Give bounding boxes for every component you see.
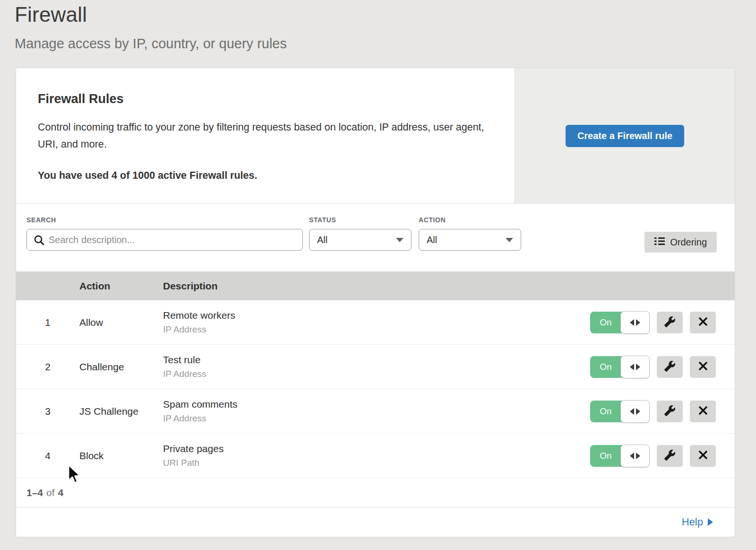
close-icon xyxy=(698,361,708,372)
rule-enabled-toggle[interactable]: On xyxy=(590,445,650,467)
rule-controls: On xyxy=(590,312,716,333)
search-filter-group: SEARCH xyxy=(26,216,303,251)
toggle-on-label: On xyxy=(590,401,623,422)
action-filter-group: ACTION All xyxy=(419,216,521,251)
ordered-list-icon xyxy=(654,237,665,248)
arrow-left-icon xyxy=(630,453,634,459)
toggle-knob[interactable] xyxy=(620,400,650,423)
ordering-wrap: Ordering xyxy=(644,216,717,253)
rule-description-title: Remote workers xyxy=(163,310,590,321)
toggle-knob[interactable] xyxy=(620,311,650,334)
toggle-knob[interactable] xyxy=(620,356,650,378)
rule-description-title: Private pages xyxy=(163,443,590,454)
ordering-button-label: Ordering xyxy=(670,237,707,248)
close-icon xyxy=(698,450,708,461)
arrow-left-icon xyxy=(630,364,634,370)
table-row: 4 Block Private pages URI Path On xyxy=(16,434,735,478)
rule-match-field: IP Address xyxy=(163,324,590,335)
rule-description: Test rule IP Address xyxy=(163,354,590,379)
arrow-right-icon xyxy=(636,408,640,415)
rules-intro-text: Firewall Rules Control incoming traffic … xyxy=(16,68,515,203)
close-icon xyxy=(698,317,708,328)
rules-usage-count: You have used 4 of 1000 active Firewall … xyxy=(38,170,492,182)
pagination-bar: 1–4 of 4 xyxy=(16,478,735,507)
rule-controls: On xyxy=(590,401,716,422)
close-icon xyxy=(698,406,708,417)
firewall-rules-card: Firewall Rules Control incoming traffic … xyxy=(16,68,735,537)
rules-heading: Firewall Rules xyxy=(38,92,492,106)
rule-action: Challenge xyxy=(79,361,163,373)
delete-rule-button[interactable] xyxy=(690,401,716,422)
pagination-of: of xyxy=(46,487,55,498)
page-header: Firewall Manage access by IP, country, o… xyxy=(0,0,756,52)
card-footer: Help xyxy=(16,507,735,537)
edit-rule-button[interactable] xyxy=(657,312,683,333)
rule-controls: On xyxy=(590,445,716,467)
status-selected-value: All xyxy=(317,235,327,245)
rule-priority: 3 xyxy=(16,406,79,417)
rule-enabled-toggle[interactable]: On xyxy=(590,401,650,422)
status-label: STATUS xyxy=(309,216,412,224)
status-select[interactable]: All xyxy=(309,229,412,251)
pagination-total: 4 xyxy=(58,487,64,498)
chevron-down-icon xyxy=(396,238,404,242)
rule-priority: 4 xyxy=(16,450,79,462)
toggle-knob[interactable] xyxy=(620,445,650,467)
rule-enabled-toggle[interactable]: On xyxy=(590,312,650,333)
rule-action: Allow xyxy=(79,317,163,328)
delete-rule-button[interactable] xyxy=(690,356,716,378)
rule-controls: On xyxy=(590,356,716,378)
arrow-left-icon xyxy=(630,408,634,415)
rule-priority: 2 xyxy=(16,361,79,373)
search-label: SEARCH xyxy=(26,216,303,224)
help-link-label: Help xyxy=(682,516,703,528)
table-header: Action Description xyxy=(16,271,735,300)
search-icon xyxy=(34,235,45,248)
page-subtitle: Manage access by IP, country, or query r… xyxy=(15,36,756,52)
edit-rule-button[interactable] xyxy=(657,401,683,422)
rule-description: Spam comments IP Address xyxy=(163,399,590,424)
create-rule-panel: Create a Firewall rule xyxy=(515,68,735,203)
action-label: ACTION xyxy=(419,216,521,224)
edit-rule-button[interactable] xyxy=(657,445,683,467)
rule-action: Block xyxy=(79,450,163,462)
rule-description: Remote workers IP Address xyxy=(163,310,590,335)
rule-action: JS Challenge xyxy=(79,406,163,417)
arrow-right-icon xyxy=(636,319,640,326)
arrow-right-icon xyxy=(708,518,713,526)
rule-match-field: URI Path xyxy=(163,458,590,468)
table-row: 3 JS Challenge Spam comments IP Address … xyxy=(16,389,735,434)
rules-description: Control incoming traffic to your zone by… xyxy=(38,119,487,153)
rules-intro-section: Firewall Rules Control incoming traffic … xyxy=(16,68,735,204)
table-row: 2 Challenge Test rule IP Address On xyxy=(16,345,735,389)
toggle-on-label: On xyxy=(590,312,623,333)
status-filter-group: STATUS All xyxy=(309,216,412,251)
create-firewall-rule-button[interactable]: Create a Firewall rule xyxy=(566,125,684,147)
arrow-right-icon xyxy=(636,364,640,370)
edit-rule-button[interactable] xyxy=(657,356,683,378)
rule-match-field: IP Address xyxy=(163,413,590,424)
action-select[interactable]: All xyxy=(419,229,521,251)
description-column-header: Description xyxy=(163,280,735,292)
toggle-on-label: On xyxy=(590,356,623,378)
wrench-icon xyxy=(664,405,675,418)
toggle-on-label: On xyxy=(590,445,623,467)
rule-enabled-toggle[interactable]: On xyxy=(590,356,650,378)
rule-description-title: Spam comments xyxy=(163,399,590,410)
delete-rule-button[interactable] xyxy=(690,312,716,333)
table-row: 1 Allow Remote workers IP Address On xyxy=(16,300,735,345)
action-column-header: Action xyxy=(79,280,163,292)
rule-priority: 1 xyxy=(16,317,79,328)
chevron-down-icon xyxy=(506,238,513,242)
rule-match-field: IP Address xyxy=(163,369,590,379)
wrench-icon xyxy=(664,316,675,329)
help-link[interactable]: Help xyxy=(682,516,713,528)
ordering-button[interactable]: Ordering xyxy=(644,232,717,253)
wrench-icon xyxy=(664,361,675,373)
delete-rule-button[interactable] xyxy=(690,445,716,467)
action-selected-value: All xyxy=(427,235,437,245)
pagination-range: 1–4 xyxy=(26,487,43,498)
search-input[interactable] xyxy=(27,235,302,245)
filters-bar: SEARCH STATUS All ACTION All xyxy=(16,204,735,271)
arrow-left-icon xyxy=(630,319,634,326)
